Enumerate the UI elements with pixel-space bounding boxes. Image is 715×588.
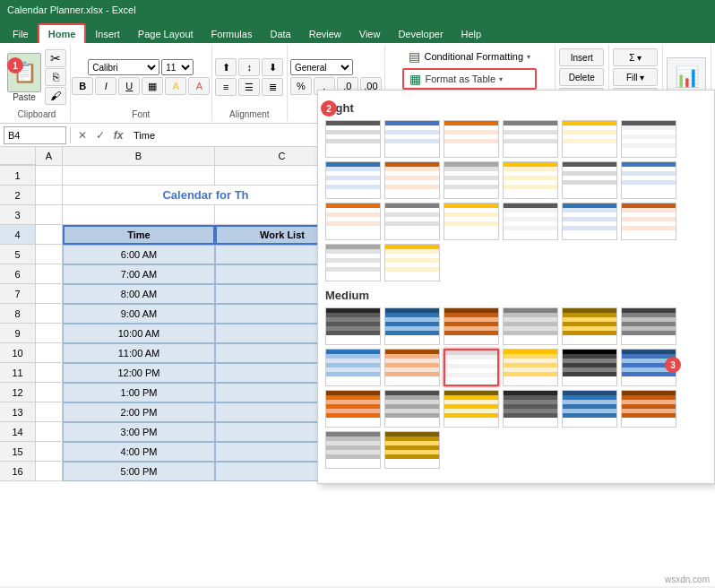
table-style-medium-gold3[interactable] bbox=[444, 390, 499, 428]
grid-cell[interactable] bbox=[36, 186, 63, 205]
time-cell[interactable]: 9:00 AM bbox=[63, 304, 215, 324]
time-cell[interactable]: 1:00 PM bbox=[63, 383, 215, 402]
table-style-orange-4[interactable] bbox=[621, 203, 676, 240]
table-style-medium-orange4[interactable] bbox=[621, 390, 676, 428]
confirm-formula-icon[interactable]: ✓ bbox=[92, 127, 108, 143]
grid-cell[interactable] bbox=[36, 264, 63, 284]
col-header-b[interactable]: B bbox=[63, 147, 215, 165]
number-format-select[interactable]: General bbox=[290, 59, 353, 75]
time-cell[interactable]: 7:00 AM bbox=[63, 264, 215, 284]
row-header-16[interactable]: 16 bbox=[0, 462, 35, 481]
table-style-medium-yellow1[interactable] bbox=[562, 307, 617, 345]
row-header-12[interactable]: 12 bbox=[0, 383, 35, 402]
align-center-button[interactable]: ☰ bbox=[238, 78, 260, 96]
table-style-medium-lgray1[interactable] bbox=[503, 307, 558, 345]
row-header-1[interactable]: 1 bbox=[0, 166, 35, 186]
grid-cell[interactable] bbox=[36, 462, 63, 481]
calendar-title-cell[interactable]: Calendar for Th bbox=[63, 186, 349, 205]
time-cell[interactable]: 2:00 PM bbox=[63, 402, 215, 422]
format-painter-button[interactable]: 🖌 bbox=[45, 87, 66, 105]
tab-review[interactable]: Review bbox=[300, 25, 350, 43]
tab-home[interactable]: Home bbox=[38, 23, 87, 43]
bold-button[interactable]: B bbox=[72, 77, 93, 95]
table-style-medium-blue4[interactable] bbox=[562, 390, 617, 428]
row-header-6[interactable]: 6 bbox=[0, 264, 35, 284]
row-header-15[interactable]: 15 bbox=[0, 442, 35, 462]
insert-button[interactable]: Insert bbox=[559, 48, 604, 66]
grid-cell[interactable] bbox=[63, 205, 215, 225]
fill-button[interactable]: Fill ▾ bbox=[613, 68, 658, 86]
tab-help[interactable]: Help bbox=[452, 25, 491, 43]
table-style-medium-lgray3[interactable] bbox=[384, 390, 440, 428]
table-style-lgray-4[interactable] bbox=[325, 244, 381, 281]
time-cell[interactable]: 4:00 PM bbox=[63, 442, 215, 462]
row-header-8[interactable]: 8 bbox=[0, 304, 35, 324]
percent-button[interactable]: % bbox=[290, 77, 312, 95]
row-header-9[interactable]: 9 bbox=[0, 324, 35, 343]
table-style-yellow-1[interactable] bbox=[562, 120, 617, 158]
table-style-yellow-2[interactable] bbox=[503, 161, 558, 199]
table-style-medium-yellow4[interactable] bbox=[384, 431, 440, 469]
fill-color-button[interactable]: A bbox=[165, 77, 186, 95]
align-left-button[interactable]: ≡ bbox=[215, 78, 237, 96]
grid-cell[interactable] bbox=[36, 324, 63, 343]
table-style-medium-orange1[interactable] bbox=[444, 307, 499, 345]
table-style-light-3[interactable] bbox=[562, 161, 617, 199]
row-header-11[interactable]: 11 bbox=[0, 363, 35, 383]
tab-formulas[interactable]: Formulas bbox=[202, 25, 262, 43]
align-bottom-button[interactable]: ⬇ bbox=[262, 58, 283, 76]
table-style-medium-dark1[interactable] bbox=[325, 307, 381, 345]
table-style-orange-2[interactable] bbox=[384, 161, 440, 199]
grid-cell[interactable] bbox=[36, 225, 63, 245]
copy-button[interactable]: ⎘ bbox=[45, 68, 66, 86]
row-header-5[interactable]: 5 bbox=[0, 245, 35, 264]
align-top-button[interactable]: ⬆ bbox=[215, 58, 237, 76]
grid-cell[interactable] bbox=[36, 343, 63, 363]
table-style-blue-1[interactable] bbox=[384, 120, 440, 158]
align-right-button[interactable]: ≣ bbox=[262, 78, 283, 96]
grid-cell[interactable] bbox=[36, 205, 63, 225]
time-cell[interactable]: 5:00 PM bbox=[63, 462, 215, 481]
align-middle-button[interactable]: ↕ bbox=[238, 58, 260, 76]
border-button[interactable]: ▦ bbox=[142, 77, 163, 95]
time-cell[interactable]: 10:00 AM bbox=[63, 324, 215, 343]
time-cell[interactable]: 6:00 AM bbox=[63, 245, 215, 264]
table-style-medium-orange2[interactable] bbox=[384, 349, 440, 386]
grid-cell[interactable] bbox=[36, 245, 63, 264]
format-as-table-button[interactable]: ▦ Format as Table ▾ bbox=[402, 68, 537, 90]
row-header-13[interactable]: 13 bbox=[0, 402, 35, 422]
table-style-lgray-2[interactable] bbox=[444, 161, 499, 199]
grid-cell[interactable] bbox=[36, 284, 63, 304]
table-style-gray-3[interactable] bbox=[384, 203, 440, 240]
table-style-gray-1[interactable] bbox=[503, 120, 558, 158]
grid-cell[interactable] bbox=[36, 442, 63, 462]
table-style-orange-3[interactable] bbox=[325, 203, 381, 240]
row-header-3[interactable]: 3 bbox=[0, 205, 35, 225]
tab-developer[interactable]: Developer bbox=[389, 25, 452, 43]
conditional-formatting-button[interactable]: ▤ Conditional Formatting ▾ bbox=[402, 47, 537, 66]
col-header-a[interactable]: A bbox=[36, 147, 63, 165]
grid-cell[interactable] bbox=[36, 422, 63, 442]
grid-cell[interactable] bbox=[36, 166, 63, 186]
underline-button[interactable]: U bbox=[118, 77, 140, 95]
font-color-button[interactable]: A bbox=[188, 77, 210, 95]
time-cell[interactable]: 3:00 PM bbox=[63, 422, 215, 442]
tab-data[interactable]: Data bbox=[261, 25, 299, 43]
table-style-medium-blue1[interactable] bbox=[384, 307, 440, 345]
tab-insert[interactable]: Insert bbox=[86, 25, 129, 43]
tab-page-layout[interactable]: Page Layout bbox=[129, 25, 202, 43]
cancel-formula-icon[interactable]: ✕ bbox=[74, 127, 90, 143]
table-style-medium-selected[interactable] bbox=[444, 349, 499, 386]
table-style-medium-dark4[interactable] bbox=[503, 390, 558, 428]
table-style-blue-4[interactable] bbox=[562, 203, 617, 240]
sum-button[interactable]: Σ ▾ bbox=[613, 48, 658, 66]
time-cell[interactable]: 8:00 AM bbox=[63, 284, 215, 304]
function-wizard-icon[interactable]: fx bbox=[110, 127, 126, 143]
cell-reference-box[interactable]: B4 bbox=[4, 126, 66, 144]
grid-cell[interactable] bbox=[36, 402, 63, 422]
time-cell[interactable]: 11:00 AM bbox=[63, 343, 215, 363]
table-style-medium-orange3[interactable] bbox=[325, 390, 381, 428]
table-style-yellow-4[interactable] bbox=[384, 244, 440, 281]
table-style-medium-gold[interactable] bbox=[503, 349, 558, 386]
table-style-blue-3[interactable] bbox=[621, 161, 676, 199]
